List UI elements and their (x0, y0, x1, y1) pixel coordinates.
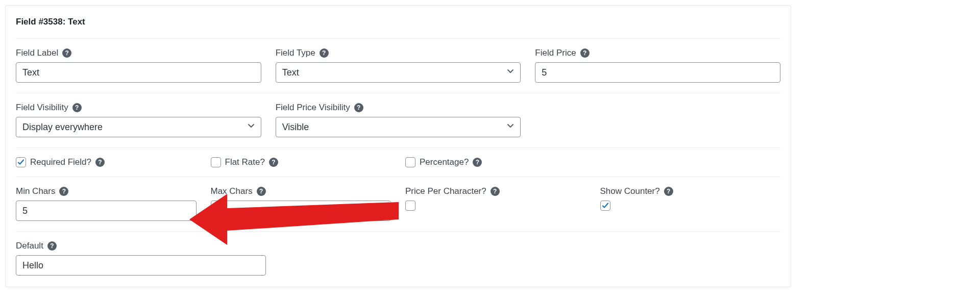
flat-rate-label: Flat Rate? (225, 157, 265, 167)
help-icon[interactable]: ? (491, 187, 500, 196)
field-label-text: Field Label (16, 48, 58, 58)
help-icon[interactable]: ? (580, 48, 590, 58)
field-type-select-wrap: Text (276, 62, 521, 83)
price-per-character-checkbox[interactable] (405, 201, 415, 211)
section-separator (16, 38, 780, 39)
help-icon[interactable]: ? (664, 187, 673, 196)
show-counter-group: Show Counter? ? (600, 186, 781, 212)
min-chars-text: Min Chars (16, 186, 55, 196)
field-type-label: Field Type ? (276, 48, 521, 58)
field-label-group: Field Label ? (16, 48, 261, 83)
percentage-label: Percentage? (420, 157, 469, 167)
row-basic: Field Label ? Field Type ? Text Field Pr… (16, 48, 780, 83)
row-flags: Required Field? ? Flat Rate? ? Percentag… (16, 157, 780, 167)
min-chars-group: Min Chars ? (16, 186, 197, 221)
percentage-group: Percentage? ? (405, 157, 586, 167)
help-icon[interactable]: ? (354, 103, 363, 112)
field-price-label: Field Price ? (535, 48, 780, 58)
help-icon[interactable]: ? (95, 158, 105, 167)
field-settings-panel: Field #3538: Text Field Label ? Field Ty… (5, 5, 791, 287)
default-text: Default (16, 241, 43, 251)
max-chars-group: Max Chars ? (211, 186, 391, 221)
row-default: Default ? (16, 241, 780, 276)
percentage-checkbox[interactable] (405, 157, 415, 167)
help-icon[interactable]: ? (320, 48, 329, 58)
default-group: Default ? (16, 241, 266, 276)
min-chars-input[interactable] (16, 201, 197, 221)
field-price-visibility-label: Field Price Visibility ? (276, 103, 521, 113)
flat-rate-group: Flat Rate? ? (211, 157, 391, 167)
help-icon[interactable]: ? (59, 187, 68, 196)
field-visibility-text: Field Visibility (16, 103, 68, 113)
field-price-input[interactable] (535, 62, 780, 83)
max-chars-input[interactable] (211, 201, 391, 221)
row-chars: Min Chars ? Max Chars ? Price Per Charac… (16, 186, 780, 221)
help-icon[interactable]: ? (72, 103, 82, 112)
field-price-visibility-group: Field Price Visibility ? Visible (276, 103, 521, 137)
default-input[interactable] (16, 255, 266, 276)
check-icon (17, 159, 24, 166)
field-type-group: Field Type ? Text (276, 48, 521, 83)
required-field-label: Required Field? (30, 157, 91, 167)
section-separator (16, 231, 780, 232)
required-field-group: Required Field? ? (16, 157, 197, 167)
max-chars-label: Max Chars ? (211, 186, 391, 196)
field-visibility-select[interactable]: Display everywhere (16, 117, 261, 137)
field-label-input[interactable] (16, 62, 261, 83)
help-icon[interactable]: ? (269, 158, 278, 167)
field-price-text: Field Price (535, 48, 576, 58)
help-icon[interactable]: ? (473, 158, 482, 167)
help-icon[interactable]: ? (47, 241, 57, 251)
field-type-select[interactable]: Text (276, 62, 521, 83)
section-separator (16, 147, 780, 148)
field-type-text: Field Type (276, 48, 315, 58)
field-price-visibility-select-wrap: Visible (276, 117, 521, 137)
field-label-label: Field Label ? (16, 48, 261, 58)
default-label: Default ? (16, 241, 266, 251)
row-visibility: Field Visibility ? Display everywhere Fi… (16, 103, 780, 137)
field-visibility-group: Field Visibility ? Display everywhere (16, 103, 261, 137)
help-icon[interactable]: ? (62, 48, 71, 58)
max-chars-text: Max Chars (211, 186, 253, 196)
field-price-visibility-select[interactable]: Visible (276, 117, 521, 137)
field-visibility-label: Field Visibility ? (16, 103, 261, 113)
section-separator (16, 177, 780, 177)
field-visibility-select-wrap: Display everywhere (16, 117, 261, 137)
check-icon (602, 202, 609, 209)
flat-rate-checkbox[interactable] (211, 157, 221, 167)
required-field-checkbox[interactable] (16, 157, 26, 167)
help-icon[interactable]: ? (257, 187, 266, 196)
show-counter-label: Show Counter? ? (600, 186, 781, 196)
show-counter-text: Show Counter? (600, 186, 660, 196)
field-price-visibility-text: Field Price Visibility (276, 103, 350, 113)
min-chars-label: Min Chars ? (16, 186, 197, 196)
price-per-character-group: Price Per Character? ? (405, 186, 586, 213)
section-separator (16, 93, 780, 93)
show-counter-checkbox[interactable] (600, 201, 610, 211)
field-price-group: Field Price ? (535, 48, 780, 83)
price-per-character-text: Price Per Character? (405, 186, 486, 196)
price-per-character-label: Price Per Character? ? (405, 186, 586, 196)
panel-title: Field #3538: Text (16, 17, 780, 27)
